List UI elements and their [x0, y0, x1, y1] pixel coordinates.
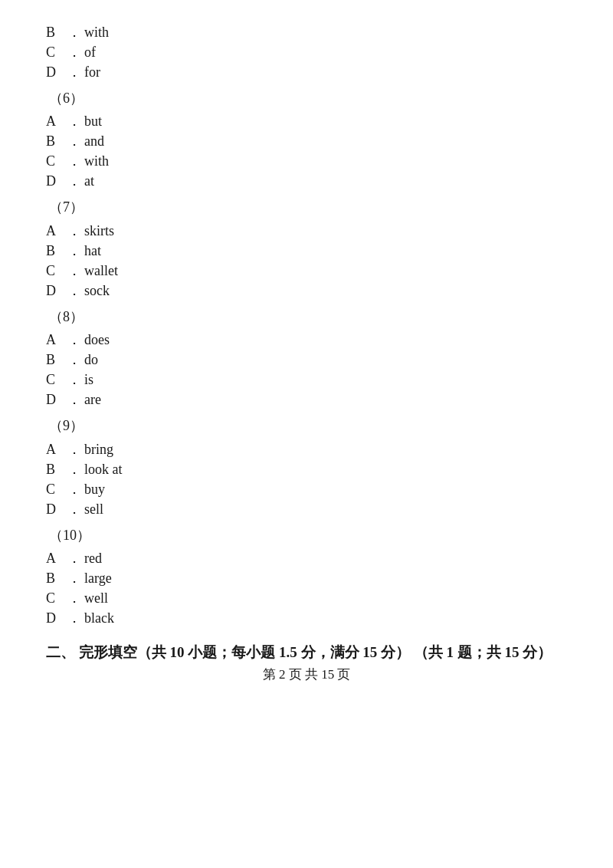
option-letter: B [46, 133, 67, 150]
question-7: （7） A ． skirts B ． hat C ． wallet D ． so… [46, 195, 567, 299]
option-letter: A [46, 332, 67, 348]
option-dot: ． [67, 460, 81, 478]
option-text: look at [84, 462, 123, 478]
list-item: D ． sell [46, 500, 567, 518]
option-text: bring [84, 442, 113, 458]
option-letter: D [46, 610, 67, 626]
option-text: with [84, 25, 109, 41]
option-text: red [84, 551, 102, 567]
option-text: black [84, 610, 114, 626]
list-item: B ． look at [46, 460, 567, 478]
list-item: A ． skirts [46, 222, 567, 240]
option-text: sock [84, 283, 110, 299]
option-dot: ． [67, 23, 81, 41]
question-number: （9） [46, 413, 567, 438]
option-dot: ． [67, 172, 81, 190]
list-item: C ． is [46, 370, 567, 389]
option-dot: ． [67, 350, 81, 369]
option-letter: D [46, 283, 67, 299]
list-item: A ． does [46, 330, 567, 349]
option-dot: ． [67, 63, 81, 81]
option-dot: ． [67, 242, 81, 260]
list-item: D ． at [46, 172, 567, 190]
option-dot: ． [67, 480, 81, 498]
list-item: B ． with [46, 23, 567, 41]
footer: 二、 完形填空（共 10 小题；每小题 1.5 分，满分 15 分） （共 1 … [46, 643, 567, 683]
option-letter: C [46, 44, 67, 61]
list-item: A ． red [46, 549, 567, 567]
list-item: D ． sock [46, 281, 567, 300]
option-text: are [84, 392, 101, 408]
option-dot: ． [67, 43, 81, 61]
option-text: does [84, 332, 110, 348]
option-letter: D [46, 64, 67, 81]
option-letter: C [46, 153, 67, 169]
question-9: （9） A ． bring B ． look at C ． buy D ． se… [46, 413, 567, 518]
list-item: D ． for [46, 63, 567, 81]
option-dot: ． [67, 390, 81, 409]
list-item: B ． hat [46, 242, 567, 260]
option-letter: B [46, 352, 67, 368]
option-dot: ． [67, 569, 81, 587]
question-6: （6） A ． but B ． and C ． with D ． at [46, 86, 567, 190]
list-item: A ． but [46, 112, 567, 130]
option-letter: B [46, 243, 67, 259]
option-text: well [84, 590, 108, 607]
list-item: A ． bring [46, 440, 567, 459]
option-letter: A [46, 551, 67, 567]
option-letter: A [46, 442, 67, 458]
option-letter: C [46, 482, 67, 498]
list-item: C ． of [46, 43, 567, 61]
option-dot: ． [67, 330, 81, 349]
option-text: of [84, 44, 96, 61]
list-item: D ． are [46, 390, 567, 409]
option-dot: ． [67, 609, 81, 627]
option-text: sell [84, 501, 103, 518]
option-dot: ． [67, 549, 81, 567]
option-dot: ． [67, 152, 81, 170]
option-letter: C [46, 590, 67, 607]
option-text: hat [84, 243, 101, 259]
option-letter: B [46, 462, 67, 478]
option-text: for [84, 64, 100, 81]
page-info: 第 2 页 共 15 页 [46, 666, 567, 683]
option-text: skirts [84, 223, 114, 239]
list-item: D ． black [46, 609, 567, 627]
option-dot: ． [67, 112, 81, 130]
list-item: C ． well [46, 589, 567, 607]
option-text: but [84, 113, 102, 130]
question-number: （10） [46, 523, 567, 547]
option-letter: D [46, 173, 67, 189]
option-dot: ． [67, 589, 81, 607]
list-item: B ． do [46, 350, 567, 369]
option-letter: B [46, 25, 67, 41]
question-10: （10） A ． red B ． large C ． well D ． blac… [46, 523, 567, 627]
option-dot: ． [67, 370, 81, 389]
option-text: with [84, 153, 109, 169]
list-item: C ． with [46, 152, 567, 170]
option-letter: D [46, 501, 67, 518]
option-text: is [84, 372, 93, 388]
option-dot: ． [67, 281, 81, 300]
list-item: B ． large [46, 569, 567, 587]
list-item: B ． and [46, 132, 567, 150]
option-letter: B [46, 570, 67, 587]
option-text: and [84, 133, 104, 150]
question-5-options-continued: B ． with C ． of D ． for [46, 23, 567, 81]
option-letter: A [46, 223, 67, 239]
option-dot: ． [67, 261, 81, 280]
option-dot: ． [67, 500, 81, 518]
option-dot: ． [67, 222, 81, 240]
list-item: C ． wallet [46, 261, 567, 280]
list-item: C ． buy [46, 480, 567, 498]
option-dot: ． [67, 440, 81, 459]
question-number: （8） [46, 304, 567, 329]
option-letter: C [46, 263, 67, 279]
question-number: （7） [46, 195, 567, 219]
option-letter: D [46, 392, 67, 408]
option-text: large [84, 570, 112, 587]
option-text: buy [84, 482, 105, 498]
option-dot: ． [67, 132, 81, 150]
option-text: at [84, 173, 94, 189]
option-letter: A [46, 113, 67, 130]
